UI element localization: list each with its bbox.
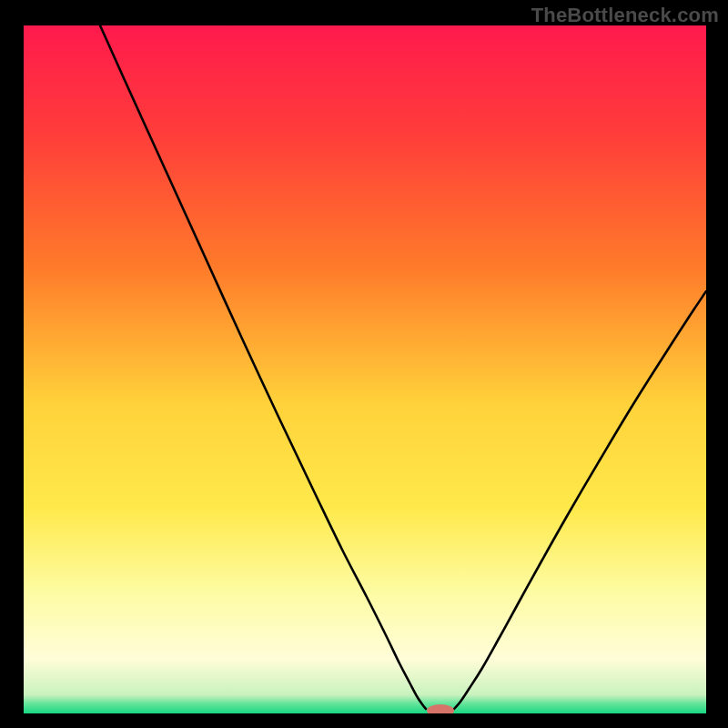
plot-background [24,25,706,713]
bottleneck-chart [24,25,706,713]
chart-frame: TheBottleneck.com [0,0,728,728]
watermark-text: TheBottleneck.com [531,4,719,27]
